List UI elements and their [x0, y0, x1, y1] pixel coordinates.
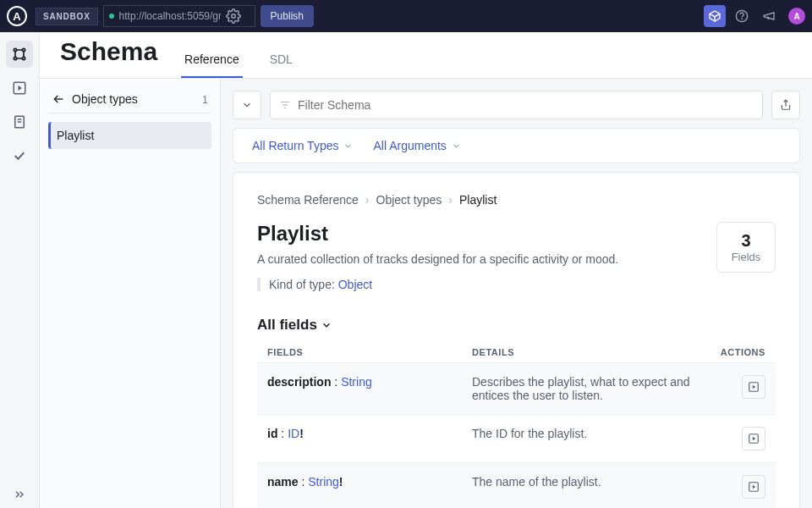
endpoint-url-input[interactable]	[119, 10, 221, 22]
types-sidebar: Object types 1 Playlist	[40, 79, 221, 508]
field-name[interactable]: id	[267, 427, 277, 440]
avatar[interactable]: A	[788, 8, 805, 25]
field-type[interactable]: String	[341, 375, 372, 389]
type-detail-card: Schema Reference › Object types › Playli…	[233, 172, 800, 508]
sandbox-chip: SANDBOX	[36, 8, 98, 25]
announce-icon[interactable]	[758, 5, 780, 27]
field-type[interactable]: ID	[288, 427, 299, 440]
type-description: A curated collection of tracks designed …	[257, 252, 700, 266]
field-sep: :	[331, 375, 341, 389]
share-button[interactable]	[771, 91, 800, 119]
field-sep: :	[277, 427, 288, 440]
filter-schema-input[interactable]	[298, 98, 754, 112]
arguments-label: All Arguments	[373, 139, 446, 152]
crumb-current: Playlist	[459, 193, 497, 207]
field-sep: :	[299, 475, 309, 489]
svg-point-3	[14, 48, 16, 51]
table-row: name : String!The name of the playlist.	[257, 462, 776, 508]
publish-button[interactable]: Publish	[261, 5, 314, 27]
sidebar-heading-row: Object types 1	[48, 92, 211, 113]
status-dot-icon	[109, 14, 114, 19]
logo-letter: A	[13, 10, 20, 23]
play-icon	[748, 433, 760, 444]
fields-table-header: FIELDS DETAILS ACTIONS	[257, 342, 776, 362]
svg-point-4	[22, 48, 25, 51]
sidebar-heading[interactable]: Object types	[72, 92, 138, 106]
fields-count-box: 3 Fields	[716, 222, 776, 273]
rail-docs-icon[interactable]	[6, 108, 33, 135]
crumb-group[interactable]: Object types	[376, 193, 442, 207]
crumb-sep-icon: ›	[365, 193, 370, 207]
top-bar: A SANDBOX Publish A	[0, 0, 812, 32]
breadcrumb: Schema Reference › Object types › Playli…	[257, 193, 776, 207]
col-actions: ACTIONS	[705, 347, 765, 357]
kind-link[interactable]: Object	[338, 278, 372, 291]
return-types-label: All Return Types	[252, 139, 338, 152]
rail-checks-icon[interactable]	[6, 142, 33, 169]
chevron-down-icon	[452, 141, 461, 151]
nav-rail	[0, 32, 40, 508]
field-details: The ID for the playlist.	[472, 427, 705, 440]
table-row: id : ID!The ID for the playlist.	[257, 414, 776, 462]
field-details: Describes the playlist, what to expect a…	[472, 375, 705, 402]
svg-point-6	[22, 57, 25, 59]
content-panel: All Return Types All Arguments Schema Re…	[221, 79, 812, 508]
fields-count-label: Fields	[717, 251, 775, 263]
page-title: Schema	[60, 37, 157, 78]
table-row: description : StringDescribes the playli…	[257, 362, 776, 414]
return-types-dropdown[interactable]: All Return Types	[252, 139, 353, 152]
help-icon[interactable]	[731, 5, 753, 27]
type-kind: Kind of type: Object	[257, 278, 700, 291]
crumb-root[interactable]: Schema Reference	[257, 193, 359, 207]
type-name: Playlist	[257, 222, 700, 246]
crumb-sep-icon: ›	[448, 193, 453, 207]
svg-marker-20	[753, 437, 756, 441]
all-fields-heading[interactable]: All fields	[257, 317, 776, 334]
field-details: The name of the playlist.	[472, 475, 705, 489]
field-type[interactable]: String	[308, 475, 339, 489]
col-details: DETAILS	[472, 347, 705, 357]
field-suffix: !	[299, 427, 304, 440]
filter-pills-card: All Return Types All Arguments	[233, 128, 800, 163]
header-tabs: Reference SDL	[181, 52, 296, 78]
play-icon	[748, 481, 760, 493]
svg-marker-18	[753, 385, 756, 389]
page-header: Schema Reference SDL	[40, 32, 812, 79]
gear-icon[interactable]	[226, 8, 241, 24]
tab-reference[interactable]: Reference	[181, 52, 243, 78]
arrow-left-icon[interactable]	[52, 92, 65, 106]
sandbox-label: SANDBOX	[43, 12, 91, 21]
svg-marker-8	[19, 86, 23, 91]
filter-icon	[279, 99, 291, 111]
share-icon	[780, 99, 792, 111]
col-fields: FIELDS	[267, 347, 472, 357]
rail-schema-icon[interactable]	[6, 41, 33, 68]
play-icon	[748, 381, 760, 393]
sidebar-item-playlist[interactable]: Playlist	[48, 122, 211, 149]
avatar-letter: A	[793, 12, 799, 21]
run-field-button[interactable]	[742, 427, 765, 450]
fields-count: 3	[717, 231, 775, 251]
run-field-button[interactable]	[742, 375, 765, 399]
sandbox-mode-icon[interactable]	[704, 5, 726, 27]
endpoint-url-box[interactable]	[103, 5, 255, 27]
all-fields-label: All fields	[257, 317, 317, 334]
app-logo[interactable]: A	[7, 6, 27, 26]
sidebar-count: 1	[202, 93, 208, 106]
svg-marker-22	[753, 485, 756, 489]
rail-explorer-icon[interactable]	[6, 75, 33, 102]
filter-schema-box[interactable]	[270, 91, 763, 119]
rail-collapse-icon[interactable]	[6, 481, 33, 508]
arguments-dropdown[interactable]: All Arguments	[373, 139, 460, 152]
svg-point-5	[14, 57, 16, 59]
chevron-down-icon	[321, 319, 332, 331]
kind-label: Kind of type:	[269, 278, 338, 291]
chevron-down-icon	[241, 99, 253, 111]
collapse-filter-button[interactable]	[233, 91, 261, 119]
publish-label: Publish	[271, 10, 304, 22]
run-field-button[interactable]	[742, 475, 765, 499]
field-name[interactable]: name	[267, 475, 299, 489]
field-suffix: !	[339, 475, 343, 489]
field-name[interactable]: description	[267, 375, 331, 389]
tab-sdl[interactable]: SDL	[266, 52, 296, 78]
